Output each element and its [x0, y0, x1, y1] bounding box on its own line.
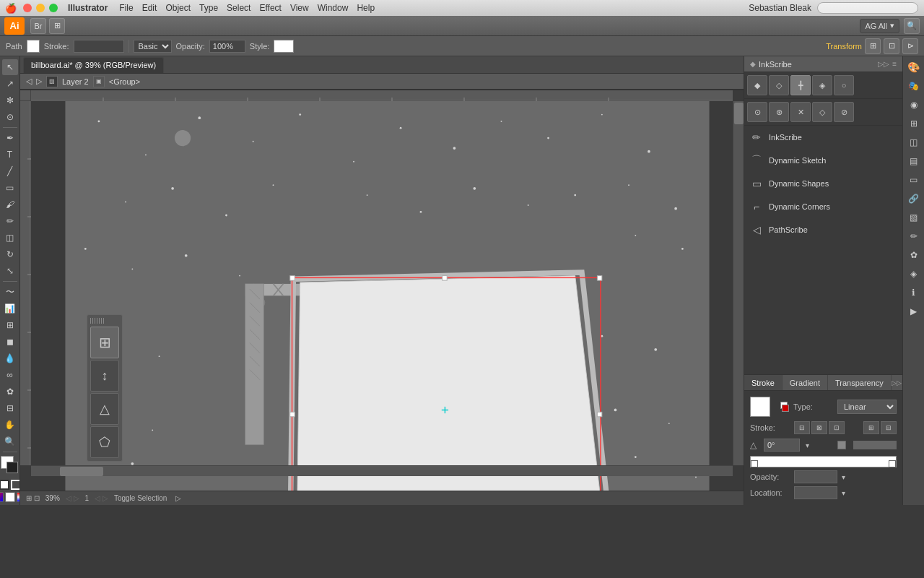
links-btn[interactable]: 🔗 — [906, 191, 922, 207]
warp-options[interactable]: ⊡ — [884, 38, 899, 54]
symbol-tool[interactable]: ✿ — [2, 384, 18, 400]
float-select-tool[interactable]: ⊞ — [90, 327, 119, 358]
menu-object[interactable]: Object — [165, 3, 191, 13]
pathfinder-btn[interactable]: ◫ — [906, 134, 922, 150]
plugin-dynamic-sketch[interactable]: ⌒ Dynamic Sketch — [744, 149, 902, 172]
transform-label[interactable]: Transform — [826, 42, 862, 51]
inkscribe-tool-8[interactable]: ✕ — [790, 102, 811, 122]
paintbrush-tool[interactable]: 🖌 — [2, 197, 18, 212]
gradient-bar[interactable] — [750, 456, 897, 467]
horizontal-scrollbar[interactable] — [31, 465, 733, 476]
scale-tool[interactable]: ⤡ — [2, 263, 18, 279]
color-panel-btn[interactable]: 🎨 — [906, 59, 922, 75]
menu-edit[interactable]: Edit — [142, 3, 157, 13]
close-button[interactable] — [23, 4, 32, 12]
appearance-btn[interactable]: ◉ — [906, 97, 922, 113]
gradient-tab[interactable]: Gradient — [783, 375, 828, 390]
eraser-tool[interactable]: ◫ — [2, 230, 18, 246]
rotate-tool[interactable]: ↻ — [2, 246, 18, 262]
spotlight-search[interactable] — [817, 2, 918, 14]
artboard-tool[interactable]: ⊟ — [2, 400, 18, 416]
angle-dropdown[interactable]: ▾ — [806, 441, 809, 449]
layers-btn[interactable]: ▤ — [906, 153, 922, 169]
plugin-inkscribe[interactable]: ✏ InkScribe — [744, 126, 902, 149]
fill-swatch[interactable] — [27, 40, 40, 53]
inkscribe-tool-3[interactable]: ╋ — [790, 75, 811, 95]
stroke-indicator[interactable] — [11, 480, 21, 490]
direct-select-tool[interactable]: ↗ — [2, 76, 18, 92]
menu-type[interactable]: Type — [199, 3, 218, 13]
actions-btn[interactable]: ▶ — [906, 303, 922, 319]
blend-tool[interactable]: ∞ — [2, 367, 18, 383]
hand-tool[interactable]: ✋ — [2, 417, 18, 433]
stroke-tab[interactable]: Stroke — [744, 375, 783, 390]
gradient-reverse-btn[interactable] — [837, 441, 846, 449]
zoom-tool[interactable]: 🔍 — [2, 434, 18, 449]
document-tab[interactable]: billboard.ai* @ 39% (RGB/Preview) — [23, 57, 164, 73]
inkscribe-tool-9[interactable]: ◇ — [812, 102, 832, 122]
status-arrow[interactable]: ▷ — [175, 494, 181, 502]
horizontal-scroll-thumb[interactable] — [60, 467, 103, 476]
transform-options[interactable]: ⊞ — [865, 38, 881, 54]
menu-help[interactable]: Help — [357, 3, 375, 13]
pen-tool[interactable]: ✒ — [2, 130, 18, 146]
inkscribe-tool-4[interactable]: ◈ — [812, 75, 832, 95]
inkscribe-tool-10[interactable]: ⊘ — [834, 102, 854, 122]
opacity-param-input[interactable] — [794, 470, 837, 483]
select-tool[interactable]: ↖ — [2, 59, 18, 75]
gradient-preview-swatch[interactable] — [750, 397, 770, 417]
stroke-fg-bg[interactable] — [780, 402, 789, 412]
menu-file[interactable]: File — [119, 3, 133, 13]
layer-name[interactable]: Layer 2 — [62, 77, 89, 86]
plugin-dynamic-corners[interactable]: ⌐ Dynamic Corners — [744, 195, 902, 218]
menu-effect[interactable]: Effect — [259, 3, 281, 13]
inkscribe-tool-2[interactable]: ◇ — [769, 75, 789, 95]
inkscribe-tool-1[interactable]: ◆ — [747, 75, 767, 95]
transparency-tab[interactable]: Transparency — [828, 375, 892, 390]
gradient-stop-right[interactable] — [889, 460, 896, 467]
inkscribe-tool-5[interactable]: ○ — [834, 75, 854, 95]
brushes-btn[interactable]: ✏ — [906, 228, 922, 244]
graph-tool[interactable]: 📊 — [2, 301, 18, 316]
panel-expand-btn[interactable]: ▷▷ — [892, 379, 902, 387]
vertical-scroll-thumb[interactable] — [734, 103, 744, 124]
lasso-tool[interactable]: ⊙ — [2, 109, 18, 125]
forward-arrow[interactable]: ▷ — [36, 77, 42, 86]
pencil-tool[interactable]: ✏ — [2, 213, 18, 229]
location-dropdown[interactable]: ▾ — [842, 489, 845, 497]
search-button[interactable]: 🔍 — [904, 18, 920, 34]
gradient-type-select[interactable]: Linear — [837, 400, 897, 414]
plugin-pathscribe[interactable]: ◁ PathScribe — [744, 218, 902, 241]
maximize-button[interactable] — [49, 4, 58, 12]
workspace-button[interactable]: ⊞ — [49, 18, 65, 34]
color-guide-btn[interactable]: 🎭 — [906, 78, 922, 94]
plugin-dynamic-shapes[interactable]: ▭ Dynamic Shapes — [744, 172, 902, 195]
warp-tool[interactable]: 〜 — [2, 284, 18, 300]
float-shape-tool[interactable]: ⬠ — [90, 426, 119, 458]
eyedropper-tool[interactable]: 💧 — [2, 350, 18, 366]
artboards-btn[interactable]: ▭ — [906, 172, 922, 188]
graphic-styles-btn[interactable]: ◈ — [906, 266, 922, 282]
none-mode[interactable] — [5, 492, 15, 502]
stroke-outside-btn[interactable]: ⊡ — [829, 421, 845, 434]
angle-input[interactable] — [764, 439, 800, 452]
back-arrow[interactable]: ◁ — [26, 77, 32, 86]
text-tool[interactable]: T — [2, 147, 18, 163]
stroke-inside-btn[interactable]: ⊠ — [811, 421, 827, 434]
inkscribe-menu[interactable]: ≡ — [892, 60, 897, 68]
line-tool[interactable]: ╱ — [2, 163, 18, 179]
rect-tool[interactable]: ▭ — [2, 180, 18, 196]
inkscribe-expand[interactable]: ▷▷ — [878, 60, 889, 68]
toolbar-drag-handle[interactable] — [90, 318, 105, 324]
magic-wand-tool[interactable]: ✻ — [2, 92, 18, 108]
document-canvas[interactable]: ⊞ ↕ △ ⬠ — [20, 90, 744, 491]
menu-view[interactable]: View — [290, 3, 309, 13]
color-mode[interactable] — [0, 492, 4, 502]
inkscribe-tool-7[interactable]: ⊛ — [769, 102, 789, 122]
panel-collapse[interactable]: ⊳ — [902, 38, 918, 54]
float-transform-tool[interactable]: ↕ — [90, 360, 119, 392]
brush-select[interactable]: Basic — [134, 40, 172, 53]
stroke-center-btn[interactable]: ⊟ — [794, 421, 810, 434]
swatches-btn[interactable]: ▧ — [906, 210, 922, 225]
fill-indicator[interactable] — [0, 480, 9, 490]
